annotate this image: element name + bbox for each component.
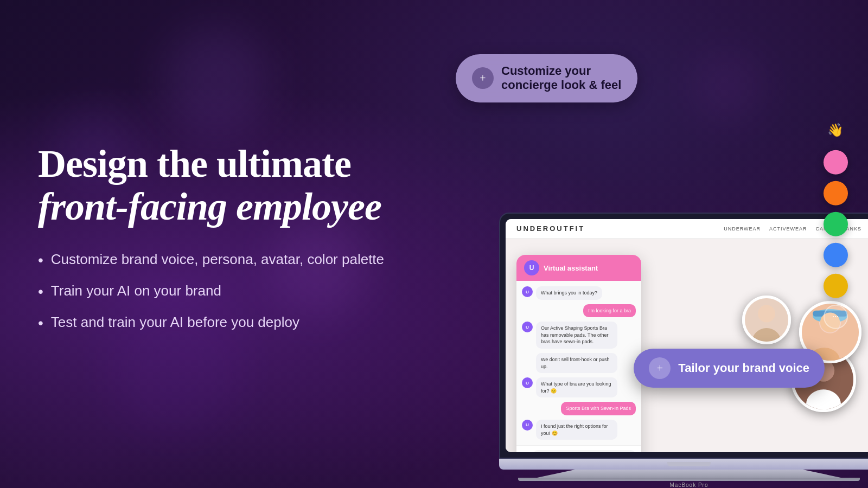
color-swatch-green[interactable] bbox=[824, 212, 848, 236]
bot-avatar-4: U bbox=[522, 420, 533, 431]
right-panel: + Customize yourconcierge look & feel 👋 … bbox=[423, 0, 868, 488]
site-logo: UNDEROUTFIT bbox=[516, 224, 585, 233]
hand-emoji: 👋 bbox=[827, 123, 844, 138]
heading-line1: Design the ultimate bbox=[38, 142, 351, 185]
bot-message-4: What type of bra are you looking for? 🙂 bbox=[536, 377, 617, 397]
color-more-button[interactable]: ··· bbox=[824, 305, 848, 329]
color-swatch-yellow[interactable] bbox=[824, 274, 848, 298]
laptop-notch bbox=[667, 462, 711, 466]
customize-tooltip-icon: + bbox=[472, 67, 494, 89]
bot-message-1: What brings you in today? bbox=[536, 286, 602, 300]
user-message-2: Sports Bra with Sewn-In Pads bbox=[561, 402, 636, 415]
bot-message-3: We don't sell front-hook or push up. bbox=[536, 353, 617, 373]
bullet-text-1: Customize brand voice, persona, avatar, … bbox=[51, 251, 384, 269]
brand-voice-icon: + bbox=[649, 357, 671, 379]
model-photo-2 bbox=[742, 296, 791, 344]
bot-message-2: Our Active Shaping Sports Bra has remova… bbox=[536, 322, 617, 349]
bullet-item-2: Train your AI on your brand bbox=[38, 282, 385, 301]
color-swatch-orange[interactable] bbox=[824, 181, 848, 206]
chat-input-row: ← Message... bbox=[516, 445, 641, 452]
bullet-item-3: Test and train your AI before you deploy bbox=[38, 313, 385, 333]
palette-hand: 👋 bbox=[822, 117, 849, 144]
bullet-text-3: Test and train your AI before you deploy bbox=[51, 313, 299, 332]
color-swatch-pink[interactable] bbox=[824, 150, 848, 175]
site-content: U Virtual assistant U What brings you in… bbox=[506, 239, 868, 452]
bot-avatar-2: U bbox=[522, 322, 533, 332]
nav-item-underwear: UNDERWEAR bbox=[724, 226, 761, 232]
brand-voice-text: Tailor your brand voice bbox=[678, 361, 809, 375]
chat-input-placeholder[interactable]: Message... bbox=[533, 450, 636, 452]
laptop-screen-outer: UNDEROUTFIT UNDERWEAR ACTIVEWEAR CAMI'S … bbox=[499, 213, 868, 459]
bullet-item-1: Customize brand voice, persona, avatar, … bbox=[38, 251, 385, 270]
message-row-4: We don't sell front-hook or push up. bbox=[522, 353, 636, 373]
chat-avatar: U bbox=[524, 260, 539, 275]
more-dots-icon: ··· bbox=[832, 312, 839, 322]
main-container: Design the ultimate front-facing employe… bbox=[0, 0, 868, 488]
svg-point-4 bbox=[758, 305, 775, 322]
laptop-stand bbox=[499, 470, 868, 478]
laptop-foot bbox=[518, 478, 860, 481]
bullet-text-2: Train your AI on your brand bbox=[51, 282, 221, 300]
message-row-1: U What brings you in today? bbox=[522, 286, 636, 300]
heading-line2: front-facing employee bbox=[38, 185, 381, 228]
laptop-brand-label: MacBook Pro bbox=[499, 482, 868, 488]
back-arrow-icon[interactable]: ← bbox=[522, 451, 529, 452]
customize-tooltip-text: Customize yourconcierge look & feel bbox=[501, 64, 621, 93]
message-row-7: U I found just the right options for you… bbox=[522, 420, 636, 440]
color-swatch-blue[interactable] bbox=[824, 243, 848, 267]
bot-avatar-3: U bbox=[522, 377, 533, 388]
message-row-5: U What type of bra are you looking for? … bbox=[522, 377, 636, 397]
site-header: UNDEROUTFIT UNDERWEAR ACTIVEWEAR CAMI'S … bbox=[506, 219, 868, 239]
message-row-6: Sports Bra with Sewn-In Pads bbox=[522, 402, 636, 415]
avatar-letter: U bbox=[529, 264, 534, 272]
chat-widget: U Virtual assistant U What brings you in… bbox=[516, 255, 641, 452]
customize-tooltip: + Customize yourconcierge look & feel bbox=[456, 54, 637, 102]
chat-header-title: Virtual assistant bbox=[544, 264, 598, 272]
left-panel: Design the ultimate front-facing employe… bbox=[0, 110, 423, 378]
bot-avatar-1: U bbox=[522, 286, 533, 297]
plus-icon: + bbox=[480, 72, 486, 85]
laptop-base bbox=[499, 459, 868, 470]
plus-icon-2: + bbox=[657, 362, 663, 375]
color-palette-panel: 👋 ··· bbox=[822, 117, 860, 329]
feature-list: Customize brand voice, persona, avatar, … bbox=[38, 251, 385, 333]
chat-messages: U What brings you in today? I'm looking … bbox=[516, 281, 641, 445]
message-row-2: I'm looking for a bra bbox=[522, 304, 636, 318]
chat-header: U Virtual assistant bbox=[516, 255, 641, 281]
nav-item-activewear: ACTIVEWEAR bbox=[769, 226, 807, 232]
bot-message-5: I found just the right options for you! … bbox=[536, 420, 617, 440]
laptop-screen: UNDEROUTFIT UNDERWEAR ACTIVEWEAR CAMI'S … bbox=[506, 219, 868, 452]
main-heading: Design the ultimate front-facing employe… bbox=[38, 143, 385, 228]
message-row-3: U Our Active Shaping Sports Bra has remo… bbox=[522, 322, 636, 349]
user-message-1: I'm looking for a bra bbox=[583, 304, 636, 318]
brand-voice-tooltip: + Tailor your brand voice bbox=[634, 349, 825, 388]
